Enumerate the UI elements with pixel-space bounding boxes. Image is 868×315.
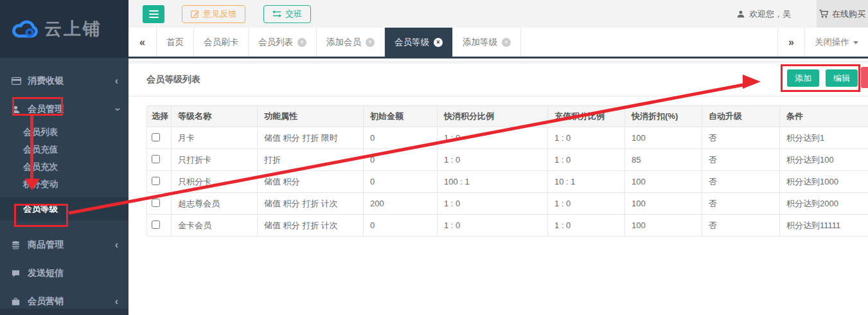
cell-condition: 积分达到100 bbox=[780, 149, 868, 171]
column-header: 快消折扣(%) bbox=[625, 106, 702, 127]
tab-close-icon[interactable]: × bbox=[366, 38, 375, 47]
menu-toggle-button[interactable] bbox=[143, 5, 164, 23]
cell-features: 储值 积分 打折 计次 bbox=[258, 193, 364, 215]
danger-button-partial[interactable] bbox=[861, 67, 868, 88]
tab-close-icon[interactable]: × bbox=[297, 38, 306, 47]
table-row: 金卡会员储值 积分 打折 计次01 : 01 : 0100否积分达到11111 bbox=[147, 215, 868, 237]
credit-card-icon bbox=[12, 77, 22, 85]
sidebar-item-label: 会员管理 bbox=[28, 104, 64, 115]
sidebar-subitem-member-recharge[interactable]: 会员充值 bbox=[0, 141, 128, 158]
app-title: 云上铺 bbox=[44, 17, 102, 40]
column-header: 充值积分比例 bbox=[548, 106, 625, 127]
topbar: 意见反馈 交班 欢迎您，吴 在线购买 bbox=[128, 0, 868, 28]
hamburger-icon bbox=[149, 10, 159, 18]
cell-features: 储值 积分 打折 限时 bbox=[258, 127, 364, 149]
cell-initial-amount: 0 bbox=[364, 149, 438, 171]
add-button[interactable]: 添加 bbox=[787, 69, 819, 87]
member-level-table: 选择等级名称功能属性初始金额快消积分比例充值积分比例快消折扣(%)自动升级条件 … bbox=[146, 105, 868, 237]
tab-list: 首页会员刷卡会员列表×添加会员×会员等级×添加等级× bbox=[157, 28, 521, 57]
pencil-square-icon bbox=[191, 10, 199, 18]
cell-consume-discount: 100 bbox=[625, 193, 702, 215]
cell-consume-points-ratio: 1 : 0 bbox=[438, 215, 548, 237]
cloud-logo-icon bbox=[10, 19, 39, 40]
row-checkbox[interactable] bbox=[152, 177, 160, 185]
cell-consume-points-ratio: 1 : 0 bbox=[438, 149, 548, 171]
welcome-text: 欢迎您，吴 bbox=[749, 8, 791, 20]
row-checkbox[interactable] bbox=[152, 199, 160, 207]
close-operations-dropdown[interactable]: 关闭操作 bbox=[804, 28, 868, 57]
sidebar: 云上铺 消费收银‹会员管理‹会员列表会员充值会员充次积分变动会员等级商品管理‹发… bbox=[0, 0, 128, 315]
buy-online-button[interactable]: 在线购买 bbox=[817, 0, 868, 28]
comment-icon bbox=[12, 269, 22, 278]
sidebar-item-member-management[interactable]: 会员管理‹ bbox=[0, 95, 128, 123]
feedback-button[interactable]: 意见反馈 bbox=[182, 5, 245, 23]
cell-initial-amount: 0 bbox=[364, 127, 438, 149]
chevron-left-icon: ‹ bbox=[115, 296, 118, 307]
cell-condition: 积分达到1 bbox=[780, 127, 868, 149]
tabbar-right: » 关闭操作 bbox=[777, 28, 868, 57]
tab-add-level[interactable]: 添加等级× bbox=[453, 28, 521, 57]
cell-condition: 积分达到11111 bbox=[780, 215, 868, 237]
cell-recharge-points-ratio: 1 : 0 bbox=[548, 127, 625, 149]
shift-label: 交班 bbox=[285, 8, 302, 20]
buy-online-label: 在线购买 bbox=[832, 8, 865, 20]
table-row: 超志尊会员储值 积分 打折 计次2001 : 01 : 0100否积分达到200… bbox=[147, 193, 868, 215]
member-level-table-wrap: 选择等级名称功能属性初始金额快消积分比例充值积分比例快消折扣(%)自动升级条件 … bbox=[146, 105, 868, 237]
select-cell bbox=[147, 127, 172, 149]
row-checkbox[interactable] bbox=[152, 133, 160, 141]
page-title: 会员等级列表 bbox=[146, 74, 200, 86]
member-level-panel: 会员等级列表 添加 编辑 选择等级名称功能属性初始金额快消积分比例充值积分比例快… bbox=[128, 64, 868, 315]
cart-icon bbox=[819, 10, 828, 18]
edit-button[interactable]: 编辑 bbox=[826, 69, 858, 87]
row-checkbox[interactable] bbox=[152, 221, 160, 229]
tab-member-level[interactable]: 会员等级× bbox=[385, 28, 453, 57]
tab-label: 首页 bbox=[166, 37, 184, 48]
cell-features: 储值 积分 打折 计次 bbox=[258, 215, 364, 237]
tab-label: 会员列表 bbox=[258, 37, 293, 48]
shift-change-button[interactable]: 交班 bbox=[263, 5, 311, 23]
sidebar-item-consume-cashier[interactable]: 消费收银‹ bbox=[0, 67, 128, 95]
tab-member-list[interactable]: 会员列表× bbox=[249, 28, 317, 57]
tab-home[interactable]: 首页 bbox=[157, 28, 194, 57]
tabs-scroll-left-button[interactable]: « bbox=[128, 28, 157, 57]
sidebar-item-send-sms[interactable]: 发送短信 bbox=[0, 259, 128, 287]
double-chevron-right-icon: » bbox=[788, 37, 794, 48]
column-header: 条件 bbox=[780, 106, 868, 127]
cell-initial-amount: 0 bbox=[364, 171, 438, 193]
welcome-user[interactable]: 欢迎您，吴 bbox=[737, 8, 791, 20]
tab-member-swipe[interactable]: 会员刷卡 bbox=[194, 28, 249, 57]
briefcase-icon bbox=[12, 298, 22, 306]
tab-label: 会员刷卡 bbox=[204, 37, 238, 48]
sidebar-subitem-member-times[interactable]: 会员充次 bbox=[0, 158, 128, 176]
tab-label: 添加等级 bbox=[463, 37, 497, 48]
sidebar-subitem-points-change[interactable]: 积分变动 bbox=[0, 176, 128, 193]
cell-recharge-points-ratio: 10 : 1 bbox=[548, 171, 625, 193]
sidebar-item-label: 发送短信 bbox=[28, 267, 64, 279]
sidebar-item-label: 消费收银 bbox=[28, 75, 64, 87]
cell-level-name: 只积分卡 bbox=[172, 171, 258, 193]
tab-close-icon[interactable]: × bbox=[434, 38, 443, 47]
cell-consume-discount: 100 bbox=[625, 171, 702, 193]
cell-consume-points-ratio: 1 : 0 bbox=[438, 127, 548, 149]
table-row: 只打折卡打折01 : 01 : 085否积分达到100 bbox=[147, 149, 868, 171]
column-header: 自动升级 bbox=[702, 106, 780, 127]
cell-consume-discount: 100 bbox=[625, 127, 702, 149]
table-header-row: 选择等级名称功能属性初始金额快消积分比例充值积分比例快消折扣(%)自动升级条件 bbox=[147, 106, 868, 127]
cell-recharge-points-ratio: 1 : 0 bbox=[548, 215, 625, 237]
logo: 云上铺 bbox=[0, 0, 128, 58]
select-cell bbox=[147, 215, 172, 237]
tab-add-member[interactable]: 添加会员× bbox=[317, 28, 385, 57]
select-cell bbox=[147, 149, 172, 171]
panel-header: 会员等级列表 添加 编辑 bbox=[128, 64, 868, 96]
cell-auto-upgrade: 否 bbox=[702, 193, 780, 215]
tab-close-icon[interactable]: × bbox=[502, 38, 511, 47]
tab-label: 添加会员 bbox=[326, 37, 361, 48]
column-header: 快消积分比例 bbox=[438, 106, 548, 127]
row-checkbox[interactable] bbox=[152, 155, 160, 163]
tabs-scroll-right-button[interactable]: » bbox=[777, 28, 804, 57]
cell-consume-points-ratio: 100 : 1 bbox=[438, 171, 548, 193]
sidebar-item-product-management[interactable]: 商品管理‹ bbox=[0, 231, 128, 259]
cell-level-name: 月卡 bbox=[172, 127, 258, 149]
sidebar-subitem-member-list[interactable]: 会员列表 bbox=[0, 123, 128, 141]
sidebar-subitem-member-level[interactable]: 会员等级 bbox=[0, 197, 128, 221]
